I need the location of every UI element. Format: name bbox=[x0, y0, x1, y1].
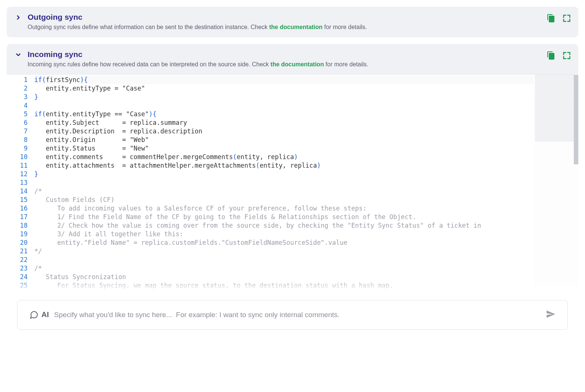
ai-input-row: AI bbox=[7, 291, 578, 333]
incoming-doc-link[interactable]: the documentation bbox=[270, 61, 324, 67]
outgoing-title: Outgoing sync bbox=[28, 13, 367, 22]
outgoing-doc-link[interactable]: the documentation bbox=[269, 24, 323, 30]
code-content[interactable]: if(firstSync){ entity.entityType = "Case… bbox=[34, 75, 534, 291]
line-numbers: 1234567891011121314151617181920212223242… bbox=[7, 75, 34, 291]
copy-icon[interactable] bbox=[546, 51, 556, 60]
copy-icon[interactable] bbox=[546, 13, 556, 23]
ai-input-card: AI bbox=[17, 300, 568, 330]
chat-icon bbox=[29, 310, 38, 319]
outgoing-sync-panel: Outgoing sync Outgoing sync rules define… bbox=[7, 7, 578, 37]
minimap-scrollbar[interactable] bbox=[574, 75, 578, 164]
ai-prompt-input[interactable] bbox=[54, 311, 541, 319]
minimap[interactable] bbox=[534, 75, 578, 291]
incoming-title: Incoming sync bbox=[28, 50, 368, 59]
outgoing-header[interactable]: Outgoing sync Outgoing sync rules define… bbox=[7, 7, 578, 37]
outgoing-desc: Outgoing sync rules define what informat… bbox=[28, 23, 367, 31]
code-editor[interactable]: 1234567891011121314151617181920212223242… bbox=[7, 75, 578, 291]
send-icon[interactable] bbox=[546, 309, 556, 320]
incoming-sync-panel: Incoming sync Incoming sync rules define… bbox=[7, 44, 578, 332]
ai-label: AI bbox=[29, 310, 49, 319]
fullscreen-icon[interactable] bbox=[562, 13, 572, 23]
chevron-down-icon bbox=[14, 51, 22, 60]
fullscreen-icon[interactable] bbox=[562, 51, 572, 60]
incoming-header[interactable]: Incoming sync Incoming sync rules define… bbox=[7, 44, 578, 75]
incoming-desc: Incoming sync rules define how received … bbox=[28, 60, 368, 69]
chevron-right-icon bbox=[14, 14, 22, 22]
